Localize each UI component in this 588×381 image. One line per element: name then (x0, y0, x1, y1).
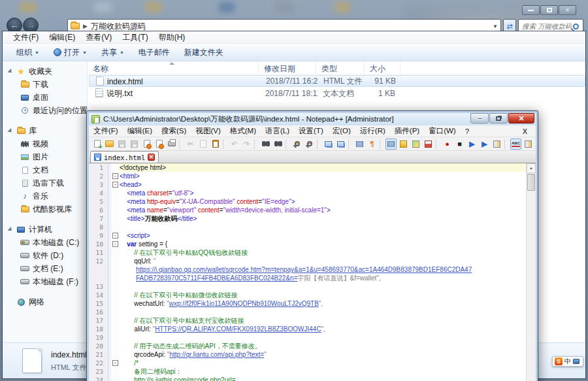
toolbar-macro-save-button[interactable] (491, 139, 502, 150)
fold-margin[interactable]: - (111, 240, 120, 248)
toolbar-打开-button[interactable]: 打开▼ (46, 47, 94, 58)
code-line-24[interactable]: 24 http://s.jiathis.com/qrcode.php?url= (89, 376, 526, 381)
toolbar-macro-record-button[interactable]: ● (442, 139, 453, 150)
toolbar-电子邮件-button[interactable]: 电子邮件 (131, 47, 177, 58)
toolbar-组织-button[interactable]: 组织▼ (9, 47, 46, 58)
code-line-22[interactable]: 22- /* (89, 359, 526, 367)
sidebar-item-本地磁盘 (C:)[interactable]: 本地磁盘 (C:) (3, 236, 87, 249)
sidebar-group-收藏夹[interactable]: ★收藏夹 (3, 65, 87, 78)
fold-collapse-icon[interactable]: - (112, 182, 118, 188)
code-line-11[interactable]: 11 // 在以下双引号中粘贴QQ钱包收款链接 (89, 248, 526, 257)
ime-mode-label[interactable]: 中 (564, 357, 571, 366)
toolbar-show-all-characters-button[interactable]: ¶ (367, 139, 378, 150)
npp-menu-格式(M)[interactable]: 格式(M) (225, 126, 261, 136)
sidebar-item-本地磁盘 (F:)[interactable]: 本地磁盘 (F:) (3, 275, 87, 288)
fold-collapse-icon[interactable]: - (112, 173, 118, 179)
explorer-menu-查看(V)[interactable]: 查看(V) (80, 32, 117, 43)
toolbar-indent-guide-button[interactable] (385, 139, 397, 150)
vertical-scrollbar[interactable]: ▲ (526, 163, 536, 381)
column-header-修改日期[interactable]: 修改日期 (259, 62, 316, 74)
sogou-ime-bar[interactable]: S 中 (552, 356, 583, 367)
code-line-14[interactable]: 14 // 在以下双引号中粘贴微信收款链接 (89, 291, 526, 299)
sidebar-item-优酷影视库[interactable]: 优酷影视库 (3, 203, 87, 216)
code-line-17[interactable]: 17 // 在以下双引号中粘贴支付宝收款链接 (89, 316, 526, 325)
sidebar-item-图片[interactable]: 图片 (3, 150, 87, 163)
fold-margin[interactable]: - (111, 180, 120, 189)
scroll-up-arrow[interactable]: ▲ (527, 163, 536, 173)
sidebar-item-音乐[interactable]: ♪音乐 (3, 190, 87, 203)
toolbar-共享-button[interactable]: 共享▼ (94, 47, 131, 58)
explorer-close-button[interactable]: × (559, 5, 576, 15)
toolbar-find-button[interactable] (260, 139, 271, 150)
toolbar-save-all-button[interactable] (129, 139, 140, 150)
code-line-10[interactable]: 10- var setting = { (89, 240, 526, 248)
fold-margin[interactable]: - (111, 231, 120, 240)
scrollbar-thumb[interactable] (527, 174, 535, 191)
code-line-9[interactable]: 9- <script> (89, 231, 526, 240)
npp-menu-?[interactable]: ? (461, 127, 474, 135)
toolbar-undo-button[interactable]: ↶ (229, 139, 240, 150)
code-line-wrap[interactable]: FADB7283970C5711F4FB4DBEA6D83FBC024B22&n… (89, 274, 526, 282)
code-line-8[interactable]: 8 (89, 223, 526, 231)
code-line-20[interactable]: 20 // 用于动态生成二维码的API，不需要修改。 (89, 342, 526, 350)
explorer-menu-帮助(H)[interactable]: 帮助(H) (154, 32, 191, 43)
fold-collapse-icon[interactable]: - (112, 233, 118, 239)
breadcrumb[interactable]: 万能收款码源码 (91, 21, 146, 32)
toolbar-spell-check-button[interactable]: ABC (510, 139, 521, 150)
sidebar-group-网络[interactable]: 网络 (3, 295, 87, 308)
toolbar-open-button[interactable] (104, 139, 115, 150)
npp-title-bar[interactable]: C:\Users\Administrator\Desktop\万能收款码源码\i… (89, 113, 536, 125)
code-line-4[interactable]: 4 <meta charset="utf-8"> (89, 189, 526, 197)
ime-keyboard-icon[interactable] (573, 359, 580, 364)
npp-menu-编辑(E)[interactable]: 编辑(E) (123, 126, 157, 136)
toolbar-sync-scroll-v-button[interactable] (323, 139, 334, 150)
toolbar-redo-button[interactable]: ↷ (241, 139, 252, 150)
sogou-logo-icon[interactable]: S (555, 357, 563, 365)
code-line-12[interactable]: 12 qqUrl: " (89, 257, 526, 265)
npp-menu-close-icon[interactable]: X (518, 127, 532, 135)
toolbar-word-wrap-button[interactable] (354, 139, 365, 150)
npp-menu-语言(L)[interactable]: 语言(L) (261, 126, 294, 136)
code-area[interactable]: 1<!doctype html>2-<html>3-<head>4 <meta … (89, 163, 526, 381)
toolbar-macro-stop-button[interactable]: ■ (454, 139, 465, 150)
toolbar-function-list-button[interactable] (398, 139, 409, 150)
toolbar-save-button[interactable] (116, 139, 127, 150)
toolbar-doc-map-button[interactable] (523, 139, 534, 150)
sidebar-item-最近访问的位置[interactable]: 最近访问的位置 (3, 104, 87, 117)
code-line-7[interactable]: 7 <title>万能收款码</title> (89, 214, 526, 223)
toolbar-user-language-button[interactable] (410, 139, 421, 150)
toolbar-zoom-out-button[interactable] (304, 139, 315, 150)
sidebar-item-桌面[interactable]: 桌面 (3, 91, 87, 104)
toolbar-cut-button[interactable]: ✂ (185, 139, 196, 150)
sidebar-item-软件 (D:)[interactable]: 软件 (D:) (3, 249, 87, 262)
sidebar-group-库[interactable]: 库 (3, 124, 87, 137)
npp-menu-宏(O)[interactable]: 宏(O) (328, 126, 355, 136)
explorer-menu-编辑(E)[interactable]: 编辑(E) (44, 32, 80, 43)
sidebar-item-视频[interactable]: 视频 (3, 137, 87, 150)
sidebar-group-计算机[interactable]: 计算机 (3, 223, 87, 236)
npp-menu-搜索(S)[interactable]: 搜索(S) (157, 126, 191, 136)
sidebar-item-下载[interactable]: 下载 (3, 78, 87, 91)
toolbar-close-all-button[interactable] (154, 139, 165, 150)
explorer-menu-文件(F)[interactable]: 文件(F) (8, 32, 44, 43)
search-input[interactable] (519, 22, 573, 30)
code-line-1[interactable]: 1<!doctype html> (89, 163, 526, 172)
code-line-15[interactable]: 15 wechatUrl: "wxp://f2f0Fik1io11A90NQDP… (89, 299, 526, 308)
code-line-6[interactable]: 6 <meta name="viewport" content="width=d… (89, 206, 526, 214)
toolbar-macro-run-multiple-button[interactable]: ▶ (479, 139, 490, 150)
toolbar-新建文件夹-button[interactable]: 新建文件夹 (177, 47, 231, 58)
sidebar-item-文档 (E:)[interactable]: 文档 (E:) (3, 262, 87, 275)
fold-collapse-icon[interactable]: - (112, 241, 118, 247)
npp-menu-设置(T)[interactable]: 设置(T) (294, 126, 328, 136)
file-row-index.html[interactable]: index.html2018/7/11 16:29HTML 文件91 KB (89, 75, 585, 87)
code-line-3[interactable]: 3-<head> (89, 180, 526, 189)
sidebar-item-迅雷下载[interactable]: 迅雷下载 (3, 176, 87, 190)
tab-close-icon[interactable]: ✕ (148, 154, 155, 161)
code-line-5[interactable]: 5 <meta http-equiv="X-UA-Compatible" con… (89, 197, 526, 206)
expander-icon[interactable] (7, 226, 13, 232)
toolbar-doc-monitor-button[interactable] (423, 139, 434, 150)
npp-menu-插件(P)[interactable]: 插件(P) (390, 126, 424, 136)
code-line-2[interactable]: 2-<html> (89, 172, 526, 180)
expander-icon[interactable] (7, 68, 13, 74)
toolbar-new-file-button[interactable] (91, 139, 103, 150)
